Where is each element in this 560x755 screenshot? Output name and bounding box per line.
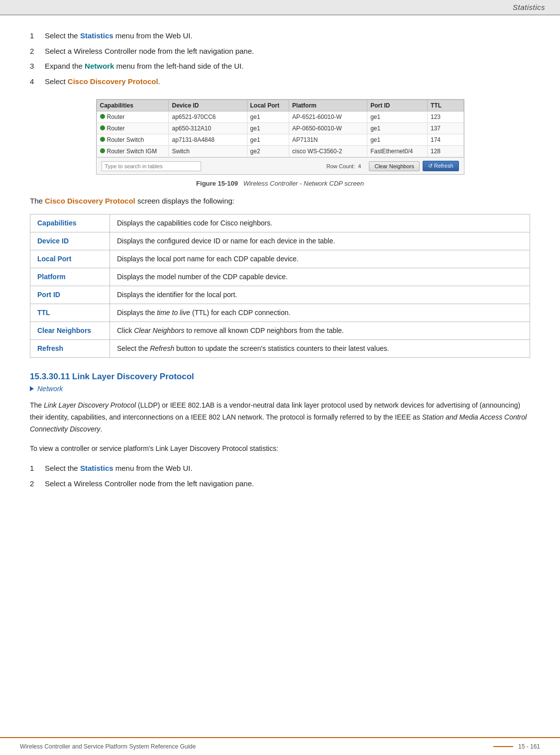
cell-capabilities: Router (97, 111, 169, 123)
refresh-button[interactable]: ↺ Refresh (423, 161, 459, 171)
def-description: Displays the local port name for each CD… (110, 250, 530, 268)
table-row: Router Switch IGM Switch ge2 cisco WS-C3… (97, 146, 463, 157)
def-description: Displays the identifier for the local po… (110, 286, 530, 304)
step-num: 2 (30, 478, 40, 490)
cell-ttl: 128 (427, 146, 463, 157)
table-bottom-bar: Row Count: 4 Clear Neighbors ↺ Refresh (97, 157, 464, 174)
cdp-intro-link[interactable]: Cisco Discovery Protocol (45, 197, 135, 205)
cell-localport: ge2 (247, 146, 289, 157)
cdp-neighbors-table: Capabilities Device ID Local Port Platfo… (97, 100, 464, 157)
list-item: TTL Displays the time to live (TTL) for … (30, 304, 530, 322)
def-term: Local Port (30, 250, 110, 268)
step-list-1: 1 Select the Statistics menu from the We… (30, 30, 530, 87)
figure-description: Wireless Controller - Network CDP screen (243, 180, 364, 187)
network-sublink[interactable]: Network (30, 385, 530, 393)
body-paragraph-1: The Link Layer Discovery Protocol (LLDP)… (30, 400, 530, 435)
statistics-link[interactable]: Statistics (80, 31, 113, 40)
triangle-icon (30, 386, 34, 391)
definition-table: Capabilities Displays the capabilities c… (30, 214, 530, 358)
cell-deviceid: ap650-312A10 (169, 123, 247, 134)
row-count-value: 4 (358, 163, 361, 169)
cell-platform: AP7131N (289, 134, 367, 146)
cell-portid: ge1 (367, 111, 428, 123)
cell-capabilities: Router Switch (97, 134, 169, 146)
step-item: 4 Select Cisco Discovery Protocol. (30, 76, 530, 88)
def-term: Platform (30, 268, 110, 286)
cell-deviceid: ap6521-970CC6 (169, 111, 247, 123)
step-num: 1 (30, 30, 40, 42)
cell-platform: cisco WS-C3560-2 (289, 146, 367, 157)
col-header-platform: Platform (289, 100, 367, 111)
def-description: Displays the configured device ID or nam… (110, 232, 530, 250)
cell-capabilities: Router (97, 123, 169, 134)
list-item: Device ID Displays the configured device… (30, 232, 530, 250)
def-term: Refresh (30, 340, 110, 358)
table-search-input[interactable] (102, 161, 201, 171)
network-link[interactable]: Network (85, 62, 114, 70)
cell-portid: ge1 (367, 123, 428, 134)
statistics-link-2[interactable]: Statistics (80, 464, 113, 472)
cell-deviceid: ap7131-8A4848 (169, 134, 247, 146)
section-heading-text: 15.3.30.11 Link Layer Discovery Protocol (30, 372, 194, 381)
table-row: Router ap6521-970CC6 ge1 AP-6521-60010-W… (97, 111, 463, 123)
step-text: Select the Statistics menu from the Web … (45, 30, 193, 42)
def-term: Port ID (30, 286, 110, 304)
cell-portid: ge1 (367, 134, 428, 146)
cell-platform: AP-6521-60010-W (289, 111, 367, 123)
cdp-link[interactable]: Cisco Discovery Protocol (68, 77, 158, 86)
cell-capabilities: Router Switch IGM (97, 146, 169, 157)
def-term: Device ID (30, 232, 110, 250)
footer-divider (493, 746, 513, 747)
step-item: 3 Expand the Network menu from the left-… (30, 61, 530, 72)
def-term: Clear Neighbors (30, 322, 110, 340)
page-header: Statistics (0, 0, 560, 15)
cell-platform: AP-0650-60010-W (289, 123, 367, 134)
step-num: 2 (30, 46, 40, 57)
def-term: Capabilities (30, 215, 110, 232)
cell-localport: ge1 (247, 134, 289, 146)
list-item: Port ID Displays the identifier for the … (30, 286, 530, 304)
list-item: Capabilities Displays the capabilities c… (30, 215, 530, 232)
intro-paragraph: The Cisco Discovery Protocol screen disp… (30, 195, 530, 207)
def-description: Displays the model number of the CDP cap… (110, 268, 530, 286)
section-heading: 15.3.30.11 Link Layer Discovery Protocol (30, 372, 530, 382)
list-item: Clear Neighbors Click Clear Neighbors to… (30, 322, 530, 340)
step-num: 4 (30, 76, 40, 88)
step-text: Select a Wireless Controller node from t… (45, 46, 254, 57)
footer-page-num: 15 - 161 (518, 743, 540, 750)
cell-deviceid: Switch (169, 146, 247, 157)
header-title: Statistics (513, 3, 545, 11)
def-description: Displays the time to live (TTL) for each… (110, 304, 530, 322)
def-term: TTL (30, 304, 110, 322)
col-header-deviceid: Device ID (169, 100, 247, 111)
col-header-ttl: TTL (427, 100, 463, 111)
def-description: Select the Refresh button to update the … (110, 340, 530, 358)
step-item: 1 Select the Statistics menu from the We… (30, 30, 530, 42)
step-num: 1 (30, 463, 40, 474)
table-row: Router Switch ap7131-8A4848 ge1 AP7131N … (97, 134, 463, 146)
def-description: Click Clear Neighbors to remove all know… (110, 322, 530, 340)
list-item: Refresh Select the Refresh button to upd… (30, 340, 530, 358)
figure-caption: Figure 15-109 Wireless Controller - Netw… (30, 180, 530, 187)
def-description: Displays the capabilities code for Cisco… (110, 215, 530, 232)
cell-ttl: 137 (427, 123, 463, 134)
clear-neighbors-button[interactable]: Clear Neighbors (369, 161, 419, 171)
network-sublink-label[interactable]: Network (37, 385, 63, 393)
cdp-screenshot: Capabilities Device ID Local Port Platfo… (96, 99, 464, 175)
cell-ttl: 174 (427, 134, 463, 146)
step-text: Select Cisco Discovery Protocol. (45, 76, 160, 88)
cell-localport: ge1 (247, 123, 289, 134)
figure-label: Figure 15-109 (196, 180, 238, 187)
page-footer: Wireless Controller and Service Platform… (0, 737, 560, 755)
step-item: 2 Select a Wireless Controller node from… (30, 478, 530, 490)
col-header-capabilities: Capabilities (97, 100, 169, 111)
body-paragraph-2: To view a controller or service platform… (30, 443, 530, 455)
step-num: 3 (30, 61, 40, 72)
list-item: Local Port Displays the local port name … (30, 250, 530, 268)
list-item: Platform Displays the model number of th… (30, 268, 530, 286)
col-header-portid: Port ID (367, 100, 428, 111)
step-list-2: 1 Select the Statistics menu from the We… (30, 463, 530, 489)
step-text: Expand the Network menu from the left-ha… (45, 61, 243, 72)
footer-left: Wireless Controller and Service Platform… (20, 743, 196, 750)
cell-portid: FastEthernet0/4 (367, 146, 428, 157)
